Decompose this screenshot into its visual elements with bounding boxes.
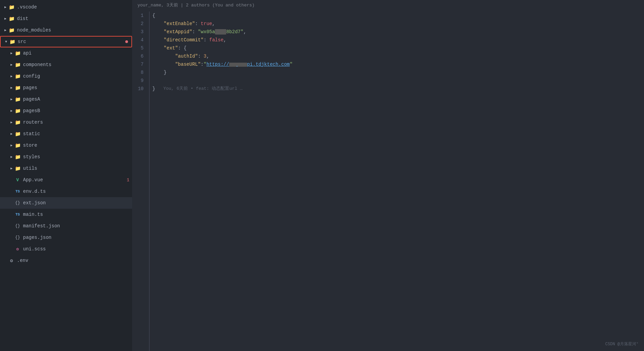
folder-icon: 📁: [9, 38, 16, 45]
line-num-4: 4: [132, 36, 144, 44]
sidebar-item-utils[interactable]: ▶ 📁 utils: [0, 163, 132, 174]
brace: {: [184, 44, 186, 52]
comma: ,: [207, 52, 209, 60]
code-line-4: "directCommit": false,: [152, 36, 644, 44]
folder-icon: 📁: [14, 50, 21, 57]
modified-dot: [125, 40, 128, 43]
sidebar-item-node-modules[interactable]: ▶ 📁 node_modules: [0, 24, 132, 36]
json-icon: {}: [14, 234, 21, 241]
sidebar-item-label: store: [23, 143, 37, 148]
line-num-6: 6: [132, 52, 144, 60]
sidebar-item-store[interactable]: ▶ 📁 store: [0, 140, 132, 151]
json-key: "ext": [164, 44, 178, 52]
colon: :: [201, 60, 203, 68]
git-blame-text: your_name, 3天前 | 2 authors (You and othe…: [137, 3, 255, 8]
code-content[interactable]: { "extEnable": true, "extAppid": "wx05a█…: [149, 12, 644, 351]
line-num-7: 7: [132, 60, 144, 68]
colon: :: [203, 36, 209, 44]
json-key: "authId": [175, 52, 198, 60]
json-value: 3: [203, 52, 206, 60]
json-icon: {}: [14, 223, 21, 229]
code-area: 1 2 3 4 5 6 7 8 9 10 { "extEnable": true…: [132, 10, 644, 351]
sidebar-item-pagesB[interactable]: ▶ 📁 pagesB: [0, 105, 132, 117]
chevron-icon: ▶: [9, 85, 14, 90]
vue-icon: V: [14, 177, 21, 183]
folder-icon: 📁: [14, 130, 21, 137]
indent: [152, 36, 164, 44]
json-key: "extEnable": [164, 20, 195, 28]
json-icon: {}: [14, 200, 21, 206]
sidebar-item-label: config: [23, 74, 40, 79]
chevron-icon: ▶: [3, 27, 8, 33]
sidebar-item-label: components: [23, 62, 51, 67]
code-editor: your_name, 3天前 | 2 authors (You and othe…: [132, 0, 644, 351]
sidebar-item-manifest-json[interactable]: ▶ {} manifest.json: [0, 220, 132, 232]
chevron-icon: ▶: [3, 4, 8, 10]
chevron-icon: ▶: [9, 62, 14, 67]
sidebar-item-label: node_modules: [17, 27, 51, 33]
code-line-10: } You, 6天前 • feat: 动态配置url …: [152, 85, 644, 93]
sidebar-item-label: manifest.json: [23, 223, 60, 229]
sidebar-item-env[interactable]: ▶ ⚙ .env: [0, 255, 132, 266]
folder-icon: 📁: [14, 61, 21, 68]
line-num-5: 5: [132, 44, 144, 52]
sidebar-item-api[interactable]: ▶ 📁 api: [0, 47, 132, 59]
watermark: CSDN @月落星河°: [605, 341, 639, 347]
sidebar-item-app-vue[interactable]: ▶ V App.vue 1: [0, 174, 132, 186]
indent: [152, 52, 175, 60]
sidebar-item-static[interactable]: ▶ 📁 static: [0, 128, 132, 140]
sidebar-item-routers[interactable]: ▶ 📁 routers: [0, 117, 132, 128]
chevron-icon: ▼: [3, 39, 9, 44]
indent: [152, 28, 164, 36]
folder-icon: 📁: [14, 96, 21, 103]
sidebar-item-label: static: [23, 131, 40, 137]
line-num-3: 3: [132, 28, 144, 36]
sidebar-item-styles[interactable]: ▶ 📁 styles: [0, 151, 132, 163]
ts-icon: TS: [14, 188, 21, 195]
sidebar-item-pagesA[interactable]: ▶ 📁 pagesA: [0, 94, 132, 105]
sidebar-item-vscode[interactable]: ▶ 📁 .vscode: [0, 1, 132, 13]
json-key: "extAppid": [164, 28, 192, 36]
sidebar-item-pages-json[interactable]: ▶ {} pages.json: [0, 232, 132, 243]
chevron-icon: ▶: [9, 131, 14, 137]
folder-icon: 📁: [14, 153, 21, 160]
sidebar-item-components[interactable]: ▶ 📁 components: [0, 59, 132, 70]
sidebar-item-env-d-ts[interactable]: ▶ TS env.d.ts: [0, 186, 132, 197]
sidebar-item-label: styles: [23, 154, 40, 160]
chevron-icon: ▶: [9, 108, 14, 113]
json-value: false: [209, 36, 223, 44]
sidebar-item-label: pagesB: [23, 108, 40, 113]
sidebar-item-config[interactable]: ▶ 📁 config: [0, 70, 132, 82]
folder-icon: 📁: [14, 165, 21, 172]
comma: ,: [212, 20, 215, 28]
sidebar-item-uni-scss[interactable]: ▶ ✿ uni.scss: [0, 243, 132, 255]
modified-badge: 1: [127, 178, 129, 183]
folder-icon: 📁: [8, 27, 15, 34]
json-key: "baseURL": [175, 60, 201, 68]
sidebar-item-ext-json[interactable]: ▶ {} ext.json: [0, 197, 132, 209]
line-num-9: 9: [132, 77, 144, 85]
sidebar-item-label: uni.scss: [23, 246, 46, 252]
chevron-icon: ▶: [9, 74, 14, 79]
line-num-1: 1: [132, 12, 144, 20]
colon: :: [178, 44, 184, 52]
json-value: true: [201, 20, 212, 28]
sidebar-item-label: utils: [23, 166, 37, 171]
chevron-icon: ▶: [3, 16, 8, 21]
chevron-icon: ▶: [9, 166, 14, 171]
chevron-icon: ▶: [9, 50, 14, 56]
code-line-8: }: [152, 68, 644, 77]
sidebar-item-label: pages.json: [23, 235, 51, 240]
code-line-6: "authId": 3,: [152, 52, 644, 60]
chevron-icon: ▶: [9, 120, 14, 125]
code-line-2: "extEnable": true,: [152, 20, 644, 28]
chevron-icon: ▶: [9, 97, 14, 102]
comma: ,: [243, 28, 246, 36]
sidebar-item-main-ts[interactable]: ▶ TS main.ts: [0, 209, 132, 220]
colon: :: [192, 28, 198, 36]
sidebar-item-label: api: [23, 50, 31, 56]
sidebar-item-label: .env: [17, 258, 28, 263]
sidebar-item-dist[interactable]: ▶ 📁 dist: [0, 13, 132, 24]
sidebar-item-pages[interactable]: ▶ 📁 pages: [0, 82, 132, 94]
sidebar-item-src[interactable]: ▼ 📁 src: [0, 36, 132, 47]
